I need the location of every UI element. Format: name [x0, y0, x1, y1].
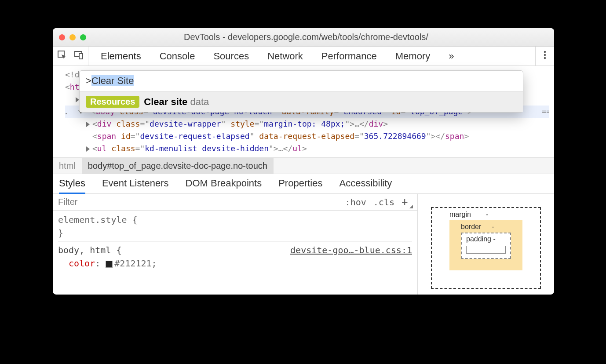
box-model-content [466, 246, 506, 254]
dom-html-open: < [65, 82, 70, 91]
toggle-device-toolbar-icon[interactable] [74, 50, 84, 62]
crumb-body[interactable]: body#top_of_page.devsite-doc-page.no-tou… [82, 158, 274, 174]
devtools-window: DevTools - developers.google.com/web/too… [53, 28, 554, 295]
tab-network[interactable]: Network [267, 51, 303, 62]
command-menu-result[interactable]: Resources Clear site data [80, 91, 523, 112]
minimize-window-icon[interactable] [69, 34, 76, 40]
titlebar: DevTools - developers.google.com/web/too… [53, 28, 554, 47]
css-property[interactable]: color: #212121; [58, 257, 412, 270]
rule-selector[interactable]: body, html { [58, 244, 122, 257]
styles-tabstrip: Styles Event Listeners DOM Breakpoints P… [53, 174, 554, 194]
new-style-rule-icon[interactable]: + [402, 197, 411, 207]
styles-body: :hov .cls + element.style { } body, html… [53, 194, 554, 295]
expand-icon[interactable] [86, 146, 90, 152]
tab-memory[interactable]: Memory [395, 51, 430, 62]
expand-icon[interactable] [76, 97, 79, 102]
element-style-rule[interactable]: element.style { [58, 213, 412, 226]
svg-rect-2 [79, 54, 83, 59]
tab-styles[interactable]: Styles [59, 178, 85, 194]
breadcrumb: html body#top_of_page.devsite-doc-page.n… [53, 157, 554, 174]
gutter-ellipsis-icon: … [65, 106, 67, 118]
tab-overflow-icon[interactable]: » [449, 51, 454, 62]
svg-point-4 [544, 54, 546, 55]
tab-accessibility[interactable]: Accessibility [339, 178, 392, 193]
tab-properties[interactable]: Properties [278, 178, 322, 193]
tab-console[interactable]: Console [160, 51, 195, 62]
result-category-badge: Resources [86, 96, 139, 108]
command-menu-popup: >Clear Site Resources Clear site data [79, 70, 523, 113]
window-title: DevTools - developers.google.com/web/too… [86, 32, 526, 42]
rule-source-link[interactable]: devsite-goo…-blue.css:1 [290, 244, 412, 257]
hov-toggle[interactable]: :hov [345, 197, 366, 207]
tab-elements[interactable]: Elements [101, 51, 141, 62]
maximize-window-icon[interactable] [80, 34, 86, 40]
inspect-element-icon[interactable] [57, 50, 67, 62]
tab-dom-breakpoints[interactable]: DOM Breakpoints [186, 178, 262, 193]
dom-doctype: <!d [65, 70, 80, 79]
close-window-icon[interactable] [59, 34, 65, 40]
svg-point-5 [544, 57, 546, 58]
crumb-html[interactable]: html [53, 158, 82, 174]
main-toolbar: Elements Console Sources Network Perform… [53, 47, 554, 66]
tab-sources[interactable]: Sources [213, 51, 249, 62]
expand-icon[interactable] [86, 122, 90, 127]
svg-point-3 [544, 51, 546, 52]
color-swatch-icon[interactable] [106, 261, 113, 268]
cls-toggle[interactable]: .cls [373, 197, 394, 207]
tab-performance[interactable]: Performance [321, 51, 377, 62]
gutter-equals: == [542, 106, 549, 118]
panel-tabs: Elements Console Sources Network Perform… [88, 51, 535, 62]
traffic-lights [59, 34, 86, 40]
box-model-widget[interactable]: margin - border - padding - [418, 194, 554, 295]
settings-kebab-icon[interactable] [544, 50, 546, 62]
styles-filter-input[interactable] [53, 197, 339, 207]
tab-event-listeners[interactable]: Event Listeners [102, 178, 169, 193]
command-menu-input[interactable]: >Clear Site [80, 71, 523, 91]
